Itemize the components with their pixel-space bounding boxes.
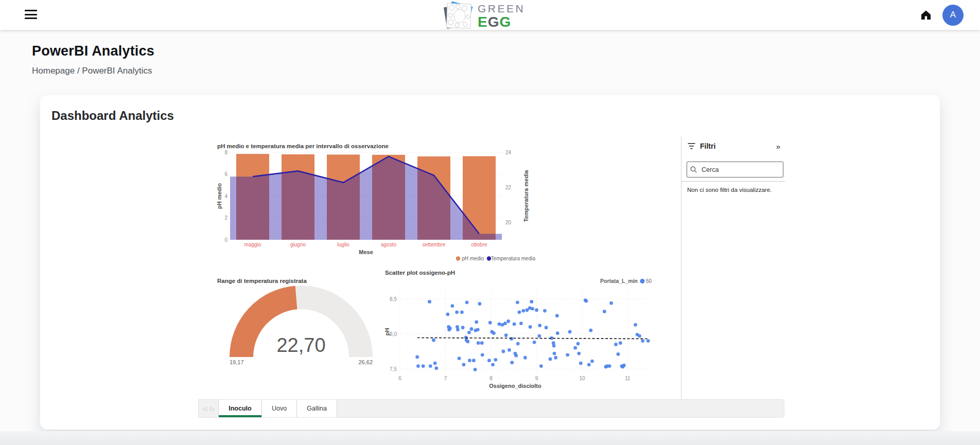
point[interactable] [622, 364, 626, 367]
point[interactable] [415, 355, 419, 359]
point[interactable] [510, 337, 513, 341]
point[interactable] [533, 341, 536, 344]
point[interactable] [433, 362, 437, 365]
point[interactable] [470, 327, 474, 331]
point[interactable] [537, 334, 541, 338]
point[interactable] [465, 300, 469, 304]
point[interactable] [543, 309, 547, 313]
point[interactable] [516, 300, 519, 304]
point[interactable] [475, 320, 478, 324]
point[interactable] [619, 341, 622, 345]
point[interactable] [432, 339, 435, 342]
point[interactable] [504, 333, 508, 337]
point[interactable] [506, 319, 510, 323]
point[interactable] [568, 330, 572, 334]
point[interactable] [556, 331, 559, 335]
point[interactable] [609, 301, 613, 305]
point[interactable] [579, 362, 583, 365]
point[interactable] [634, 323, 637, 327]
point[interactable] [587, 363, 591, 366]
point[interactable] [478, 302, 481, 306]
point[interactable] [503, 322, 507, 325]
point[interactable] [498, 323, 501, 326]
point[interactable] [455, 310, 459, 314]
point[interactable] [566, 353, 569, 357]
point[interactable] [467, 331, 471, 334]
tab-next-button[interactable]: ▷ [211, 405, 215, 412]
point[interactable] [458, 357, 461, 360]
point[interactable] [494, 358, 497, 362]
point[interactable] [539, 364, 543, 368]
menu-button[interactable] [25, 10, 38, 20]
point[interactable] [510, 361, 514, 364]
point[interactable] [545, 326, 548, 329]
point[interactable] [492, 331, 496, 335]
point[interactable] [428, 300, 431, 304]
point[interactable] [538, 324, 541, 327]
point[interactable] [481, 353, 484, 357]
point[interactable] [549, 358, 552, 361]
point[interactable] [589, 329, 592, 332]
point[interactable] [487, 359, 491, 362]
point[interactable] [514, 354, 518, 358]
point[interactable] [603, 310, 606, 313]
point[interactable] [468, 359, 471, 362]
point[interactable] [614, 343, 618, 346]
point[interactable] [513, 323, 516, 326]
point[interactable] [477, 341, 480, 345]
logo[interactable]: GREEN EGG [445, 1, 525, 30]
tab-inoculo[interactable]: Inoculo [218, 400, 262, 417]
point[interactable] [590, 360, 594, 363]
point[interactable] [608, 364, 611, 368]
point[interactable] [446, 313, 450, 316]
point[interactable] [577, 352, 581, 355]
point[interactable] [462, 363, 466, 366]
point[interactable] [456, 328, 460, 331]
point[interactable] [460, 310, 464, 314]
point[interactable] [521, 309, 525, 313]
point[interactable] [646, 339, 650, 343]
point[interactable] [573, 346, 577, 350]
point[interactable] [529, 325, 532, 329]
point[interactable] [466, 340, 469, 344]
point[interactable] [461, 326, 465, 329]
point[interactable] [434, 366, 438, 370]
point[interactable] [474, 368, 477, 371]
avatar[interactable]: A [942, 5, 964, 26]
point[interactable] [422, 364, 425, 368]
point[interactable] [553, 352, 556, 355]
point[interactable] [516, 342, 520, 346]
point[interactable] [617, 352, 620, 356]
breadcrumb-home-link[interactable]: Homepage [32, 66, 75, 76]
point[interactable] [641, 339, 644, 343]
gauge-chart[interactable]: Range di temperatura registrata22,7019,1… [216, 276, 381, 369]
point[interactable] [554, 356, 557, 360]
scatter-chart[interactable]: Scatter plot ossigeno-pH678910117,58,08,… [383, 268, 664, 397]
filter-search-input[interactable] [701, 166, 775, 174]
point[interactable] [472, 359, 476, 362]
tab-gallina[interactable]: Gallina [296, 400, 337, 417]
point[interactable] [491, 363, 495, 366]
point[interactable] [450, 304, 454, 308]
point[interactable] [519, 322, 523, 325]
point[interactable] [552, 344, 556, 348]
point[interactable] [501, 350, 505, 353]
point[interactable] [535, 308, 538, 312]
point[interactable] [480, 341, 484, 345]
combo-chart[interactable]: pH medio e temperatura media per interva… [216, 140, 538, 266]
point[interactable] [638, 334, 641, 338]
collapse-pane-icon[interactable]: » [776, 143, 780, 150]
home-button[interactable] [920, 9, 932, 21]
point[interactable] [523, 356, 527, 360]
tab-prev-button[interactable]: ◁ [202, 405, 206, 412]
tab-uovo[interactable]: Uovo [261, 400, 297, 417]
point[interactable] [531, 307, 534, 311]
point[interactable] [488, 321, 492, 325]
point[interactable] [507, 348, 511, 352]
point[interactable] [585, 299, 588, 303]
point[interactable] [576, 342, 580, 346]
point[interactable] [530, 300, 533, 304]
scatter-points[interactable] [415, 298, 650, 371]
point[interactable] [555, 314, 559, 317]
point[interactable] [429, 364, 432, 368]
